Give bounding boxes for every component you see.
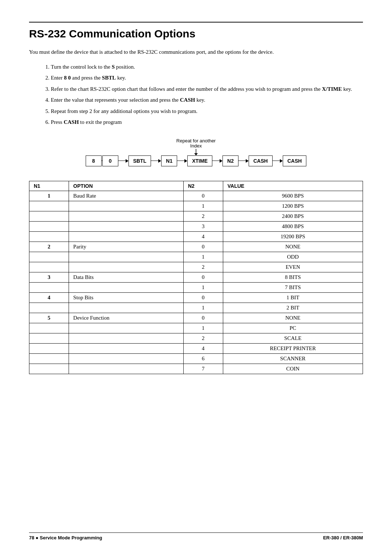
footer-left: 78 ● Service Mode Programming <box>29 535 102 540</box>
n1-cell <box>29 303 69 313</box>
n2-cell: 2 <box>183 333 223 343</box>
n1-cell: 1 <box>29 191 69 201</box>
n2-cell: 7 <box>183 364 223 374</box>
option-cell <box>69 303 183 313</box>
option-cell <box>69 231 183 242</box>
n2-cell: 2 <box>183 211 223 221</box>
n2-cell: 4 <box>183 231 223 242</box>
flow-box-n2: N2 <box>222 155 238 166</box>
n2-cell: 0 <box>183 242 223 252</box>
n1-cell <box>29 231 69 242</box>
option-cell <box>69 262 183 272</box>
col-n1: N1 <box>29 181 69 191</box>
step-5: Repeat from step 2 for any additional op… <box>51 107 363 116</box>
arrow-3 <box>177 159 187 163</box>
option-cell <box>69 201 183 211</box>
n2-cell: 1 <box>183 282 223 292</box>
n1-cell <box>29 262 69 272</box>
table-row: 1 ODD <box>29 252 363 262</box>
n1-cell <box>29 353 69 364</box>
step-4: Enter the value that represents your sel… <box>51 96 363 104</box>
table-row: 1 2 BIT <box>29 303 363 313</box>
value-cell: EVEN <box>223 262 363 272</box>
n1-cell <box>29 211 69 221</box>
value-cell: 2400 BPS <box>223 211 363 221</box>
n2-cell: 1 <box>183 201 223 211</box>
value-cell: 1200 BPS <box>223 201 363 211</box>
step1-bold: S <box>112 64 115 70</box>
table-row: 5 Device Function 0 NONE <box>29 313 363 323</box>
value-cell: ODD <box>223 252 363 262</box>
value-cell: 2 BIT <box>223 303 363 313</box>
arrow-1 <box>118 159 128 163</box>
flow-box-sbtl: SBTL <box>128 155 151 166</box>
n1-cell <box>29 364 69 374</box>
flow-box-8: 8 <box>86 155 102 166</box>
col-n2: N2 <box>183 181 223 191</box>
step-1: Turn the control lock to the S position. <box>51 63 363 71</box>
step2-bold1: 8 0 <box>64 75 71 81</box>
steps-list: Turn the control lock to the S position.… <box>51 63 363 126</box>
col-option: OPTION <box>69 181 183 191</box>
n2-cell: 1 <box>183 323 223 333</box>
value-cell: 7 BITS <box>223 282 363 292</box>
option-cell: Device Function <box>69 313 183 323</box>
option-cell: Parity <box>69 242 183 252</box>
option-cell: Stop Bits <box>69 292 183 303</box>
n1-cell: 4 <box>29 292 69 303</box>
n1-cell: 3 <box>29 272 69 282</box>
value-cell: 4800 BPS <box>223 221 363 231</box>
table-row: 3 Data Bits 0 8 BITS <box>29 272 363 282</box>
step-2: Enter 8 0 and press the SBTL key. <box>51 74 363 82</box>
value-cell: 9600 BPS <box>223 191 363 201</box>
step-3: Refer to the chart RS-232C option chart … <box>51 85 363 93</box>
n1-cell <box>29 333 69 343</box>
n2-cell: 4 <box>183 343 223 353</box>
value-cell: NONE <box>223 313 363 323</box>
flow-row: 8 0 SBTL N1 XTIME N2 CASH CASH <box>86 155 307 166</box>
flow-box-xtime: XTIME <box>187 155 212 166</box>
n2-cell: 6 <box>183 353 223 364</box>
flow-box-0: 0 <box>102 155 118 166</box>
svg-marker-3 <box>194 153 198 155</box>
n1-cell: 5 <box>29 313 69 323</box>
footer-right: ER-380 / ER-380M <box>323 535 363 540</box>
table-header-row: N1 OPTION N2 VALUE <box>29 181 363 191</box>
value-cell: NONE <box>223 242 363 252</box>
header-line <box>29 22 363 23</box>
flow-box-cash2: CASH <box>283 155 307 166</box>
value-cell: SCALE <box>223 333 363 343</box>
table-row: 3 4800 BPS <box>29 221 363 231</box>
n2-cell: 0 <box>183 292 223 303</box>
arrow-4 <box>212 159 222 163</box>
flow-box-cash1: CASH <box>249 155 273 166</box>
option-cell <box>69 211 183 221</box>
value-cell: 19200 BPS <box>223 231 363 242</box>
table-row: 6 SCANNER <box>29 353 363 364</box>
table-row: 1 1200 BPS <box>29 201 363 211</box>
col-value: VALUE <box>223 181 363 191</box>
arrow-2 <box>151 159 161 163</box>
n1-cell <box>29 282 69 292</box>
page-title: RS-232 Communication Options <box>29 28 363 40</box>
n2-cell: 0 <box>183 191 223 201</box>
table-row: 4 Stop Bits 0 1 BIT <box>29 292 363 303</box>
step2-bold2: SBTL <box>102 75 116 81</box>
n2-cell: 0 <box>183 313 223 323</box>
flow-box-n1: N1 <box>161 155 177 166</box>
step3-bold: X/TIME <box>322 86 342 92</box>
value-cell: 8 BITS <box>223 272 363 282</box>
option-cell <box>69 221 183 231</box>
value-cell: COIN <box>223 364 363 374</box>
n1-cell: 2 <box>29 242 69 252</box>
table-row: 1 7 BITS <box>29 282 363 292</box>
arrow-5 <box>238 159 249 163</box>
arrow-6 <box>273 159 283 163</box>
n2-cell: 1 <box>183 303 223 313</box>
intro-text: You must define the device that is attac… <box>29 48 363 56</box>
value-cell: SCANNER <box>223 353 363 364</box>
n2-cell: 1 <box>183 252 223 262</box>
n2-cell: 0 <box>183 272 223 282</box>
flow-diagram: Repeat for another Index 8 0 SBTL N1 XTI… <box>29 137 363 166</box>
step6-bold: CASH <box>64 119 79 125</box>
